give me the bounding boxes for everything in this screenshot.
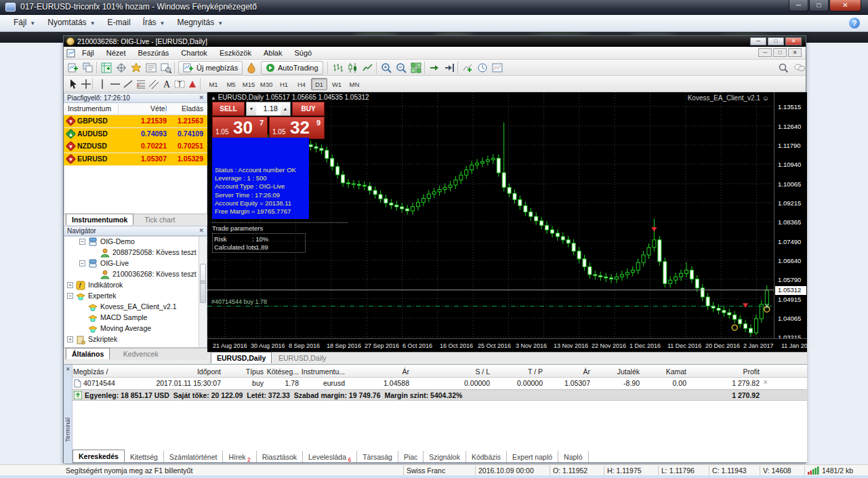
price-axis[interactable]: 1.135151.126401.117901.109401.100651.092… [774,92,807,338]
crosshair-icon[interactable] [79,77,93,91]
channel-icon[interactable] [147,77,161,91]
order-row[interactable]: 407145442017.01.11 15:30:07buy1.78eurusd… [73,378,807,389]
viewer-menu-0[interactable]: Fájl▼ [7,15,41,27]
viewer-close-button[interactable]: ✕ [829,0,861,12]
timeframe-m15[interactable]: M15 [241,78,257,90]
viewer-minimize-button[interactable]: ─ [789,0,808,12]
tester-icon[interactable] [159,61,173,75]
terminal-ico-icon[interactable] [144,61,158,75]
timeframe-m1[interactable]: M1 [205,78,222,90]
mt4-menu-2[interactable]: Beszúrás [131,47,175,57]
collapse-icon[interactable]: − [79,260,85,266]
terminal-column-11[interactable]: Profit [688,367,760,376]
navigator-tab--ltal-nos[interactable]: Általános [66,348,110,359]
auto-scroll-icon[interactable] [428,61,441,75]
volume-up-icon[interactable]: ▲ [281,102,290,115]
buy-button[interactable]: BUY [292,102,325,116]
time-axis[interactable]: 21 Aug 201630 Aug 20168 Sep 201618 Sep 2… [207,338,807,352]
templates-icon[interactable] [491,61,504,75]
tree-item-szkriptek[interactable]: +Szkriptek [64,334,207,345]
new-chart-icon[interactable] [66,61,80,75]
mt4-minimize-button[interactable]: ─ [750,37,766,45]
chart-shift-icon[interactable] [442,61,456,75]
mt4-menu-4[interactable]: Eszközök [213,47,257,57]
viewer-menu-3[interactable]: Írás▼ [136,15,171,27]
terminal-column-1[interactable]: Időpont [119,367,221,376]
tree-item-macd-sample[interactable]: MACD Sample [64,313,207,323]
child-close-button[interactable]: ✕ [788,48,802,57]
volume-stepper[interactable]: ▼ 1.18 ▲ [246,102,291,116]
tree-item-2088725058-k-vess-teszt[interactable]: 2088725058: Kövess teszt [64,247,207,258]
mt4-menu-5[interactable]: Ablak [257,47,289,57]
candles-icon[interactable] [346,61,360,75]
text-icon[interactable]: A [160,77,173,91]
help-icon[interactable]: ? [849,18,860,28]
tree-item-oig-demo[interactable]: −OIG-Demo [64,237,207,247]
expand-icon[interactable]: + [67,336,73,342]
market-watch-row-gbpusd[interactable]: ▼GBPUSD1.215391.21563 [64,115,207,127]
terminal-tab-k-db-zis[interactable]: Kódbázis [466,451,507,462]
timeframe-mn[interactable]: MN [346,78,363,90]
volume-down-icon[interactable]: ▼ [247,102,256,115]
timeframe-d1[interactable]: D1 [311,78,327,90]
market-watch-tab-tick-chart[interactable]: Tick chart [139,214,180,226]
tree-item-moving-average[interactable]: Moving Average [64,323,207,334]
mt4-menu-6[interactable]: Súgó [288,47,318,57]
chat-icon[interactable] [793,61,806,75]
terminal-tab-piac[interactable]: Piac [398,451,423,462]
viewer-menu-1[interactable]: Nyomtatás▼ [41,15,100,27]
profiles-icon[interactable] [81,61,95,75]
terminal-tab-keresked-s[interactable]: Kereskedés [73,450,125,462]
terminal-column-7[interactable]: T / P [492,367,543,376]
market-watch-icon[interactable] [100,61,113,75]
chart-tab-1[interactable]: EURUSD,Daily [273,353,332,364]
navigator-close-icon[interactable]: ✕ [199,227,204,234]
viewer-maximize-button[interactable]: □ [809,0,829,12]
fibo-icon[interactable]: F [134,77,148,91]
child-minimize-button[interactable]: ─ [758,48,772,57]
market-watch-tab-instrumentumok[interactable]: Instrumentumok [66,214,133,225]
timeframe-m30[interactable]: M30 [258,78,274,90]
chart-window[interactable]: #40714544 buy 1.78 ▲ EURUSD,Daily 1.0551… [207,92,807,352]
mt4-menu-3[interactable]: Chartok [175,47,213,57]
chart-tab-0[interactable]: EURUSD,Daily [211,352,272,363]
terminal-tab-kitetts-g[interactable]: Kitettség [125,451,164,462]
cursor-icon[interactable] [66,77,80,91]
tree-item-kovess-ea-client-v2-1[interactable]: Kovess_EA_Client_v2.1 [64,302,207,313]
periods-icon[interactable] [476,61,489,75]
mt4-menu-1[interactable]: Nézet [100,47,132,57]
buy-price[interactable]: 1.05 32 9 [269,117,325,139]
sell-button[interactable]: SELL [212,102,245,116]
volume-value[interactable]: 1.18 [256,102,281,115]
terminal-tab-sz-mlat-rt-net[interactable]: Számlatörténet [164,451,224,462]
navigator-tab-kedvencek[interactable]: Kedvencek [118,348,164,360]
zoom-out-icon[interactable] [394,61,408,75]
terminal-column-5[interactable]: Ár [348,367,409,376]
hline-icon[interactable] [108,77,122,91]
navigator-icon[interactable] [129,61,143,75]
navigator-scrollbar[interactable] [199,237,207,347]
terminal-column-9[interactable]: Jutalék [592,367,640,376]
timeframe-h4[interactable]: H4 [293,78,310,90]
viewer-menu-2[interactable]: E-mail [101,15,136,27]
bars-icon[interactable] [331,61,345,75]
market-watch-close-icon[interactable]: ✕ [199,94,204,101]
trendline-icon[interactable] [121,77,135,91]
data-window-icon[interactable] [115,61,128,75]
child-restore-button[interactable]: □ [773,48,787,57]
new-order-button[interactable]: Új megbízás [178,61,243,75]
terminal-tab-riaszt-sok[interactable]: Riasztások [257,451,303,462]
autotrading-button[interactable]: AutoTrading [261,61,323,75]
mt4-menu-0[interactable]: Fájl [76,47,100,57]
terminal-tab-szign-lok[interactable]: Szignálok [423,451,466,462]
market-watch-row-audusd[interactable]: ▲AUDUSD0.740930.74109 [64,128,207,140]
tree-item-oig-live[interactable]: −OIG-Live [64,258,207,269]
terminal-tab-expert-napl-[interactable]: Expert napló [507,451,558,462]
timeframe-w1[interactable]: W1 [329,78,345,90]
text-label-icon[interactable]: T [173,77,186,91]
indicators-icon[interactable] [461,61,474,75]
mt4-close-button[interactable]: ✕ [785,37,802,45]
find-icon[interactable] [777,61,790,75]
terminal-tab-t-rsas-g[interactable]: Társaság [357,451,398,462]
terminal-column-8[interactable]: Ár [544,367,590,376]
